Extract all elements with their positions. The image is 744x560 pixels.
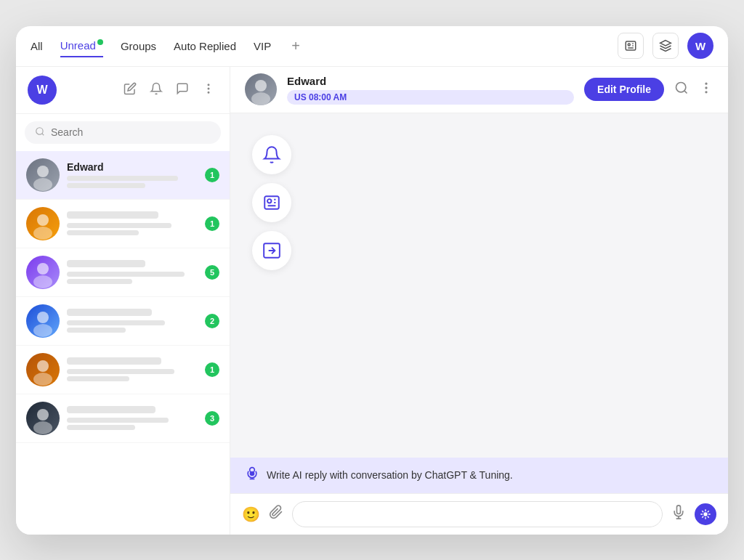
svg-point-12 xyxy=(37,263,49,275)
preview-lines xyxy=(67,418,198,430)
preview-lines xyxy=(67,369,198,381)
top-nav: All Unread Groups Auto Replied VIP + W xyxy=(16,26,728,67)
svg-point-16 xyxy=(37,360,49,372)
contact-card-action-button[interactable] xyxy=(252,183,291,222)
svg-marker-2 xyxy=(660,41,671,46)
list-item[interactable]: 3 xyxy=(16,394,230,443)
sidebar-logo: W xyxy=(28,76,57,105)
contact-name xyxy=(67,357,161,365)
sidebar: W xyxy=(16,67,230,535)
transfer-action-button[interactable] xyxy=(252,231,291,270)
ai-input-button[interactable] xyxy=(695,503,716,525)
app-container: All Unread Groups Auto Replied VIP + W xyxy=(16,26,728,535)
top-nav-icons: W xyxy=(618,33,713,59)
tab-unread[interactable]: Unread xyxy=(60,35,103,57)
avatar xyxy=(26,402,60,435)
preview-lines xyxy=(67,272,198,284)
contact-info: Edward xyxy=(67,161,198,188)
svg-point-26 xyxy=(705,92,707,93)
emoji-button[interactable]: 🙂 xyxy=(242,506,260,523)
contact-name xyxy=(67,309,152,316)
svg-point-25 xyxy=(705,87,707,89)
tab-groups[interactable]: Groups xyxy=(121,36,156,57)
more-vertical-icon[interactable] xyxy=(199,79,218,101)
attachment-button[interactable] xyxy=(269,505,283,523)
contact-card-icon[interactable] xyxy=(618,33,644,59)
add-tab-button[interactable]: + xyxy=(291,38,300,54)
chat-input-area: 🙂 xyxy=(230,493,728,535)
chat-body xyxy=(230,113,728,458)
message-input[interactable] xyxy=(292,501,663,527)
svg-point-9 xyxy=(33,178,52,191)
layers-icon[interactable] xyxy=(652,33,679,59)
list-item[interactable]: 5 xyxy=(16,248,230,297)
microphone-button[interactable] xyxy=(671,505,686,523)
svg-point-8 xyxy=(37,166,49,177)
svg-point-33 xyxy=(704,513,707,516)
avatar xyxy=(26,353,60,386)
svg-point-21 xyxy=(251,92,270,105)
contact-info xyxy=(67,406,198,430)
contact-info xyxy=(67,357,198,381)
avatar xyxy=(26,207,60,240)
search-icon xyxy=(35,126,45,139)
unread-badge: 5 xyxy=(205,265,219,280)
chat-header-icons xyxy=(674,81,713,99)
contact-list: Edward 1 xyxy=(16,151,230,535)
tab-vip[interactable]: VIP xyxy=(254,36,271,57)
contact-name xyxy=(67,260,145,267)
svg-point-6 xyxy=(36,127,43,134)
svg-point-19 xyxy=(33,421,52,434)
search-bar xyxy=(25,121,221,144)
list-item[interactable]: Edward 1 xyxy=(16,151,230,200)
tab-all[interactable]: All xyxy=(31,36,43,57)
contact-info xyxy=(67,309,198,333)
svg-point-17 xyxy=(33,373,52,386)
avatar xyxy=(26,158,60,192)
list-item[interactable]: 1 xyxy=(16,200,230,248)
svg-point-18 xyxy=(37,409,49,421)
sidebar-actions xyxy=(62,79,218,101)
svg-rect-27 xyxy=(264,196,279,208)
ai-banner-text: Write AI reply with conversation by Chat… xyxy=(267,469,513,481)
preview-lines xyxy=(67,320,198,333)
svg-point-14 xyxy=(37,312,49,323)
svg-point-24 xyxy=(705,83,707,84)
chat-header: Edward US 08:00 AM Edit Profile xyxy=(230,67,728,113)
search-input[interactable] xyxy=(51,126,211,138)
compose-icon[interactable] xyxy=(121,79,140,101)
list-item[interactable]: 2 xyxy=(16,297,230,346)
bell-icon[interactable] xyxy=(147,79,166,101)
messages-icon[interactable] xyxy=(173,79,192,101)
contact-info xyxy=(67,211,198,235)
avatar xyxy=(26,256,60,289)
svg-point-3 xyxy=(208,84,209,86)
chat-time-badge: US 08:00 AM xyxy=(287,90,574,105)
edit-profile-button[interactable]: Edit Profile xyxy=(584,78,664,101)
contact-name: Edward xyxy=(67,161,198,173)
chat-user-info: Edward US 08:00 AM xyxy=(287,75,574,105)
notification-action-button[interactable] xyxy=(252,135,291,174)
preview-lines xyxy=(67,223,198,235)
more-options-icon[interactable] xyxy=(699,81,713,99)
unread-badge: 1 xyxy=(205,168,219,182)
svg-point-15 xyxy=(33,324,52,337)
user-avatar-icon[interactable]: W xyxy=(687,33,713,59)
search-chat-icon[interactable] xyxy=(674,81,689,99)
chat-username: Edward xyxy=(287,75,574,87)
preview-lines xyxy=(67,176,198,188)
svg-point-28 xyxy=(267,199,271,203)
svg-point-5 xyxy=(208,92,209,93)
svg-point-30 xyxy=(251,471,254,475)
tab-auto-replied[interactable]: Auto Replied xyxy=(174,36,236,57)
svg-point-11 xyxy=(33,227,52,240)
list-item[interactable]: 1 xyxy=(16,346,230,394)
ai-banner[interactable]: Write AI reply with conversation by Chat… xyxy=(230,458,728,493)
svg-point-22 xyxy=(676,82,686,92)
chat-avatar xyxy=(245,73,277,105)
svg-point-13 xyxy=(33,275,52,288)
svg-point-1 xyxy=(628,44,630,46)
svg-line-23 xyxy=(684,90,687,93)
unread-badge: 2 xyxy=(205,314,219,328)
contact-info xyxy=(67,260,198,284)
